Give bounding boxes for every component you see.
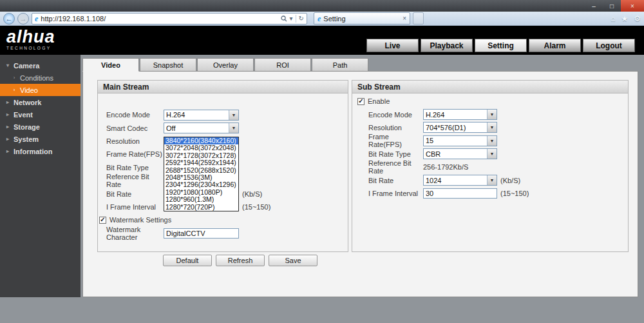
url-text[interactable]: http://192.168.1.108/ [41, 15, 278, 23]
address-bar[interactable]: e http://192.168.1.108/ ▾ ↻ [32, 13, 307, 24]
resolution-label: Resolution [106, 137, 164, 145]
nav-button-live[interactable]: Live [366, 39, 419, 52]
chevron-down-icon: ▼ [487, 149, 497, 159]
sidebar-item-system[interactable]: ▸ System [0, 133, 80, 145]
resolution-option[interactable]: 1280*720(720P) [164, 204, 238, 211]
logo-subtext: TECHNOLOGY [6, 46, 55, 50]
browser-tab-setting[interactable]: e Setting × [314, 12, 410, 24]
resolution-option[interactable]: 2688*1520(2688x1520) [164, 167, 238, 174]
bit-rate-label: Bit Rate [106, 190, 164, 198]
smart-codec-row: Smart Codec Off ▼ [98, 121, 348, 134]
tab-close-icon[interactable]: × [402, 15, 406, 22]
bit-rate-type-label: Bit Rate Type [106, 164, 164, 171]
resolution-option[interactable]: 3072*2048(3072x2048) [164, 144, 238, 152]
resolution-option[interactable]: 3072*1728(3072x1728) [164, 152, 238, 159]
window-close-button[interactable]: × [621, 0, 644, 12]
sub-encode-mode-select[interactable]: H.264 ▼ [423, 109, 497, 120]
chevron-down-icon: ▼ [229, 110, 238, 120]
sub-bit-rate-type-select[interactable]: CBR ▼ [423, 148, 497, 159]
sidebar-item-camera[interactable]: ▾ Camera [0, 59, 80, 72]
form-actions: Default Refresh Save [163, 255, 317, 266]
back-icon: ← [6, 15, 13, 23]
expand-closed-icon: ▸ [5, 99, 10, 105]
resolution-option[interactable]: 2592*1944(2592x1944) [164, 159, 238, 166]
top-navigation: Live Playback Setting Alarm Logout [366, 39, 635, 52]
tab-video[interactable]: Video [82, 58, 139, 72]
nav-button-logout[interactable]: Logout [583, 39, 635, 52]
sidebar-item-video[interactable]: › Video [0, 84, 80, 96]
address-bar-tools: ▾ ↻ [281, 15, 304, 23]
i-frame-interval-row: I Frame Interval (15~150) [352, 187, 628, 200]
sidebar-item-storage[interactable]: ▸ Storage [0, 121, 80, 133]
resolution-option[interactable]: 2048*1536(3M) [164, 174, 238, 181]
sub-stream-header: Sub Stream [352, 81, 628, 93]
encode-mode-select[interactable]: H.264 ▼ [164, 110, 239, 121]
main-stream-header: Main Stream [98, 81, 348, 93]
tools-icon[interactable]: ⚙ [634, 14, 641, 23]
window-maximize-button[interactable]: □ [603, 0, 621, 12]
maximize-icon: □ [610, 3, 614, 10]
resolution-dropdown-list: 3840*2160(3840x2160) 3072*2048(3072x2048… [164, 137, 239, 211]
browser-tab-title: Setting [323, 15, 345, 23]
sidebar-item-conditions[interactable]: › Conditions [0, 72, 80, 84]
ie-page-icon: e [35, 15, 38, 23]
chevron-down-icon: ▼ [487, 136, 497, 146]
refresh-button[interactable]: Refresh [216, 255, 265, 266]
encode-mode-row: Encode Mode H.264 ▼ [98, 108, 348, 121]
default-button[interactable]: Default [163, 255, 212, 266]
resolution-row: Resolution 704*576(D1) ▼ [352, 121, 628, 134]
sub-stream-group: Sub Stream ✓ Enable Encode Mode H.264 ▼ … [352, 80, 629, 252]
expand-closed-icon: ▸ [5, 136, 10, 142]
watermark-character-row: Watermark Character [98, 227, 348, 240]
home-icon[interactable]: ⌂ [611, 14, 615, 23]
sub-resolution-select[interactable]: 704*576(D1) ▼ [423, 122, 497, 133]
address-bar-divider [296, 15, 296, 23]
sidebar-item-label: Video [20, 86, 38, 94]
sidebar-item-network[interactable]: ▸ Network [0, 96, 80, 108]
enable-checkbox[interactable]: ✓ [357, 98, 365, 105]
nav-button-setting[interactable]: Setting [475, 39, 527, 52]
save-button[interactable]: Save [269, 255, 317, 266]
sidebar-item-label: Storage [14, 123, 40, 131]
tab-path[interactable]: Path [312, 58, 368, 72]
sub-bit-rate-select[interactable]: 1024 ▼ [423, 175, 497, 186]
tab-snapshot[interactable]: Snapshot [140, 58, 196, 72]
sidebar-item-event[interactable]: ▸ Event [0, 108, 80, 121]
reference-bit-rate-label: Reference Bit Rate [106, 173, 164, 188]
tab-overlay[interactable]: Overlay [197, 58, 254, 72]
resolution-option[interactable]: 1920*1080(1080P) [164, 189, 238, 196]
sub-i-frame-interval-input[interactable] [423, 188, 497, 199]
chevron-down-icon: ▼ [487, 122, 497, 132]
i-frame-interval-range: (15~150) [500, 190, 529, 197]
favorites-icon[interactable]: ★ [621, 14, 628, 23]
autocomplete-dropdown-icon[interactable]: ▾ [290, 15, 293, 22]
search-icon[interactable] [281, 15, 287, 22]
expand-open-icon: ▾ [5, 63, 10, 68]
settings-sidebar: ▾ Camera › Conditions › Video ▸ Network … [0, 55, 80, 297]
tab-roi[interactable]: ROI [254, 58, 311, 72]
sidebar-item-label: Event [14, 111, 33, 119]
brand-header: alhua TECHNOLOGY Live Playback Setting A… [0, 26, 644, 55]
expand-closed-icon: ▸ [5, 148, 10, 154]
sub-frame-rate-select[interactable]: 15 ▼ [423, 135, 497, 146]
encode-mode-label: Encode Mode [368, 111, 423, 119]
watermark-character-input[interactable] [164, 228, 239, 239]
resolution-option[interactable]: 3840*2160(3840x2160) [164, 137, 238, 144]
nav-button-playback[interactable]: Playback [421, 39, 473, 52]
reference-bit-rate-row: Reference Bit Rate 256-1792Kb/S [352, 161, 628, 173]
back-button[interactable]: ← [3, 13, 15, 24]
content-tabs: Video Snapshot Overlay ROI Path [82, 58, 369, 72]
sidebar-item-label: System [14, 135, 39, 143]
smart-codec-select[interactable]: Off ▼ [164, 122, 239, 133]
refresh-icon[interactable]: ↻ [299, 15, 304, 22]
window-minimize-button[interactable]: – [585, 0, 603, 12]
new-tab-button[interactable] [413, 12, 424, 24]
forward-button[interactable]: → [17, 13, 29, 24]
resolution-option[interactable]: 1280*960(1.3M) [164, 196, 238, 203]
watermark-settings-checkbox[interactable]: ✓ [99, 217, 106, 224]
nav-button-alarm[interactable]: Alarm [529, 39, 581, 52]
resolution-option[interactable]: 2304*1296(2304x1296) [164, 181, 238, 188]
watermark-settings-row: ✓ Watermark Settings [98, 213, 348, 226]
bit-rate-type-label: Bit Rate Type [368, 150, 423, 158]
sidebar-item-information[interactable]: ▸ Information [0, 145, 80, 157]
